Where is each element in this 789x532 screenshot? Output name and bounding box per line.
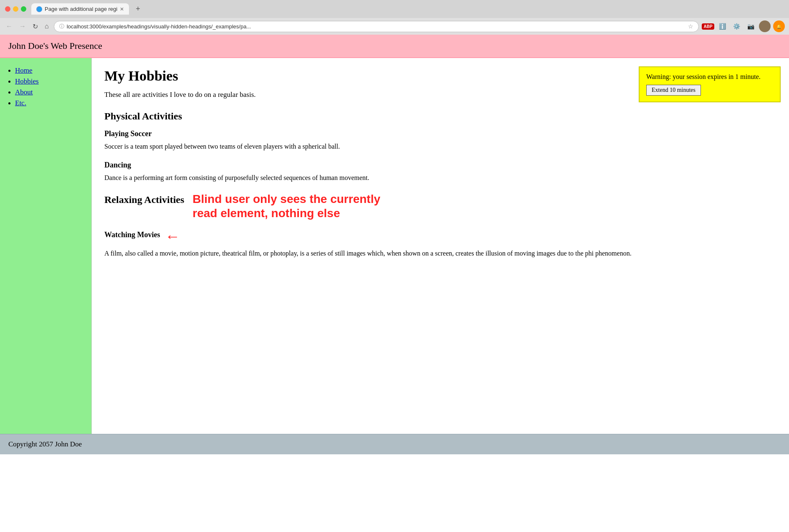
site-footer: Copyright 2057 John Doe [0, 434, 789, 454]
sidebar-item-home: Home [15, 66, 85, 75]
annotation-text: Blind user only sees the currently read … [192, 192, 380, 220]
relaxing-activities-section: Relaxing Activities Blind user only sees… [104, 192, 776, 258]
browser-chrome: 🌐 Page with additional page regi ✕ + ← →… [0, 0, 789, 35]
info-button[interactable]: ℹ️ [716, 20, 728, 32]
browser-titlebar: 🌐 Page with additional page regi ✕ + [0, 0, 789, 18]
footer-text: Copyright 2057 John Doe [8, 440, 781, 448]
window-controls [5, 6, 26, 12]
activity-dancing: Dancing Dance is a performing art form c… [104, 161, 776, 183]
refresh-button[interactable]: ↻ [31, 22, 40, 31]
sidebar-link-home[interactable]: Home [15, 66, 33, 74]
sidebar-item-etc: Etc. [15, 99, 85, 107]
warning-text: Warning: your session expires in 1 minut… [646, 73, 773, 81]
soccer-heading: Playing Soccer [104, 129, 776, 138]
tab-favicon: 🌐 [36, 6, 42, 12]
activity-movies: Watching Movies ← A film, also called a … [104, 228, 776, 258]
annotation-line1: Blind user only sees the currently [192, 193, 380, 205]
site-title: John Doe's Web Presence [8, 41, 781, 51]
secure-icon: ⓘ [59, 23, 64, 30]
browser-toolbar: ← → ↻ ⌂ ⓘ localhost:3000/examples/headin… [0, 18, 789, 35]
sidebar: Home Hobbies About Etc. [0, 58, 92, 434]
warning-box: Warning: your session expires in 1 minut… [639, 66, 781, 102]
site-header: John Doe's Web Presence [0, 35, 789, 58]
dancing-heading: Dancing [104, 161, 776, 170]
screenshot-button[interactable]: 📷 [745, 20, 756, 32]
relaxing-header-row: Relaxing Activities Blind user only sees… [104, 192, 776, 220]
profile-badge[interactable]: 🔔 [773, 20, 785, 32]
abp-button[interactable]: ABP [702, 20, 714, 32]
red-arrow-icon: ← [165, 228, 180, 245]
main-content: Warning: your session expires in 1 minut… [92, 58, 789, 434]
tab-close-icon[interactable]: ✕ [120, 6, 124, 12]
movies-heading: Watching Movies [104, 231, 160, 239]
sidebar-item-hobbies: Hobbies [15, 77, 85, 86]
url-display: localhost:3000/examples/headings/visuall… [67, 23, 685, 30]
home-button[interactable]: ⌂ [43, 22, 51, 31]
bookmark-icon[interactable]: ☆ [688, 23, 693, 30]
tab-title: Page with additional page regi [45, 6, 117, 12]
dancing-description: Dance is a performing art form consistin… [104, 173, 776, 183]
extensions-button[interactable]: ⚙️ [731, 20, 742, 32]
physical-activities-section: Physical Activities Playing Soccer Socce… [104, 111, 776, 183]
extend-session-button[interactable]: Extend 10 minutes [646, 85, 701, 96]
movies-description: A film, also called a movie, motion pict… [104, 248, 776, 258]
abp-icon: ABP [702, 23, 714, 30]
sidebar-item-about: About [15, 88, 85, 96]
soccer-description: Soccer is a team sport played between tw… [104, 142, 776, 152]
sidebar-nav: Home Hobbies About Etc. [7, 66, 85, 107]
arrow-container: Watching Movies ← [104, 228, 776, 245]
back-button[interactable]: ← [4, 22, 14, 31]
sidebar-nav-list: Home Hobbies About Etc. [7, 66, 85, 107]
browser-tab[interactable]: 🌐 Page with additional page regi ✕ [31, 3, 129, 15]
physical-activities-heading: Physical Activities [104, 111, 776, 122]
sidebar-link-hobbies[interactable]: Hobbies [15, 77, 39, 85]
sidebar-link-about[interactable]: About [15, 88, 33, 96]
add-tab-button[interactable]: + [132, 5, 144, 13]
gear-icon: ⚙️ [733, 23, 740, 30]
close-button[interactable] [5, 6, 10, 12]
minimize-button[interactable] [13, 6, 18, 12]
forward-button[interactable]: → [18, 22, 28, 31]
browser-toolbar-icons: ABP ℹ️ ⚙️ 📷 🔔 [702, 20, 785, 32]
relaxing-activities-heading: Relaxing Activities [104, 194, 184, 205]
activity-soccer: Playing Soccer Soccer is a team sport pl… [104, 129, 776, 152]
maximize-button[interactable] [21, 6, 26, 12]
site-body: Home Hobbies About Etc. Warning: your se… [0, 58, 789, 434]
info-icon: ℹ️ [719, 23, 726, 30]
user-avatar[interactable] [759, 20, 771, 32]
address-bar[interactable]: ⓘ localhost:3000/examples/headings/visua… [54, 21, 699, 32]
annotation-line2: read element, nothing else [192, 207, 340, 220]
camera-icon: 📷 [747, 23, 754, 30]
sidebar-link-etc[interactable]: Etc. [15, 99, 26, 107]
